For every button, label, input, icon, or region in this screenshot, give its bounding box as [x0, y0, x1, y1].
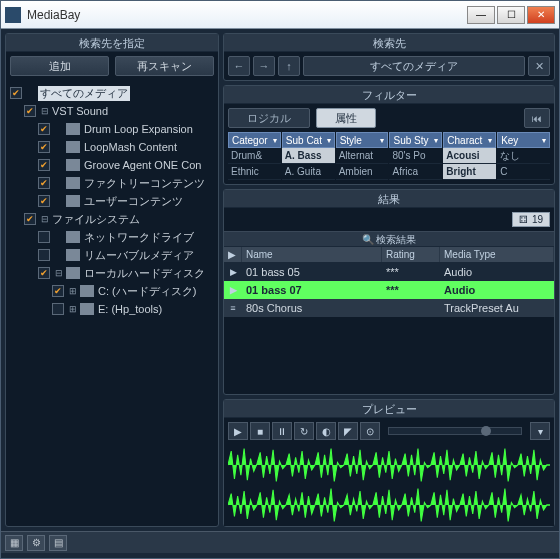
tree-item[interactable]: LoopMash Content: [10, 138, 214, 156]
tab-logical[interactable]: ロジカル: [228, 108, 310, 128]
autoplay-button[interactable]: ◐: [316, 422, 336, 440]
wait-project-button[interactable]: ⊙: [360, 422, 380, 440]
tree-item[interactable]: リムーバブルメディア: [10, 246, 214, 264]
rescan-button[interactable]: 再スキャン: [115, 56, 214, 76]
nav-up-button[interactable]: ↑: [278, 56, 300, 76]
tree-checkbox[interactable]: [38, 177, 50, 189]
tab-attribute[interactable]: 属性: [316, 108, 376, 128]
result-row[interactable]: ≡80s ChorusTrackPreset Au: [224, 299, 554, 317]
tree-checkbox[interactable]: [52, 285, 64, 297]
filter-value[interactable]: Drum&: [228, 148, 281, 164]
filter-value[interactable]: なし: [497, 148, 550, 164]
results-column-header[interactable]: ▶ Name Rating Media Type: [224, 247, 554, 263]
tree-expand-icon[interactable]: ⊟: [39, 106, 50, 117]
filter-value[interactable]: Africa: [389, 164, 442, 180]
tree-item[interactable]: ⊟ファイルシステム: [10, 210, 214, 228]
filter-column-header[interactable]: Sub Cat: [282, 132, 335, 148]
beat-align-button[interactable]: ◤: [338, 422, 358, 440]
footer-attributes-button[interactable]: ▤: [49, 535, 67, 551]
result-row[interactable]: ▶01 bass 05***Audio: [224, 263, 554, 281]
filter-value[interactable]: Ethnic: [228, 164, 281, 180]
add-button[interactable]: 追加: [10, 56, 109, 76]
tree-item[interactable]: Drum Loop Expansion: [10, 120, 214, 138]
tree-checkbox[interactable]: [38, 195, 50, 207]
waveform-display[interactable]: [224, 444, 554, 526]
app-icon: [5, 7, 21, 23]
result-row[interactable]: ▶01 bass 07***Audio: [224, 281, 554, 299]
maximize-button[interactable]: ☐: [497, 6, 525, 24]
tree-label: C: (ハードディスク): [98, 284, 196, 299]
filter-value[interactable]: A. Bass: [282, 148, 335, 164]
tree-checkbox[interactable]: [38, 159, 50, 171]
tree-item[interactable]: ファクトリーコンテンツ: [10, 174, 214, 192]
preview-option-button[interactable]: ▾: [530, 422, 550, 440]
filter-value[interactable]: 80's Po: [389, 148, 442, 164]
tree-checkbox[interactable]: [38, 141, 50, 153]
folder-icon: [66, 159, 80, 171]
tree-label: LoopMash Content: [84, 141, 177, 153]
results-count: 19: [532, 214, 543, 225]
results-count-badge: ⚃ 19: [512, 212, 550, 227]
nav-back-button[interactable]: ←: [228, 56, 250, 76]
tree-checkbox[interactable]: [38, 267, 50, 279]
tree-item[interactable]: Groove Agent ONE Con: [10, 156, 214, 174]
filter-column-header[interactable]: Charact: [443, 132, 496, 148]
minimize-button[interactable]: —: [467, 6, 495, 24]
tree-expand-icon[interactable]: ⊟: [53, 268, 64, 279]
tree-checkbox[interactable]: [38, 231, 50, 243]
tree-item[interactable]: ⊟VST Sound: [10, 102, 214, 120]
tree-item[interactable]: ⊞C: (ハードディスク): [10, 282, 214, 300]
filter-column: CategorDrum&Ethnic: [228, 132, 281, 180]
tree-checkbox[interactable]: [10, 87, 22, 99]
filter-reset-button[interactable]: ⏮: [524, 108, 550, 128]
col-name[interactable]: Name: [242, 247, 382, 262]
tree-item[interactable]: ⊞E: (Hp_tools): [10, 300, 214, 318]
folder-icon: [66, 141, 80, 153]
filter-value[interactable]: C: [497, 164, 550, 180]
footer-settings-button[interactable]: ⚙: [27, 535, 45, 551]
col-icon[interactable]: ▶: [224, 247, 242, 262]
pause-button[interactable]: ⏸: [272, 422, 292, 440]
folder-icon: [66, 249, 80, 261]
stop-button[interactable]: ■: [250, 422, 270, 440]
col-rating[interactable]: Rating: [382, 247, 440, 262]
location-select[interactable]: すべてのメディア: [303, 56, 525, 76]
play-button[interactable]: ▶: [228, 422, 248, 440]
result-rating: ***: [382, 266, 440, 278]
tree-expand-icon[interactable]: ⊞: [67, 286, 78, 297]
folder-icon: [66, 177, 80, 189]
col-media[interactable]: Media Type: [440, 247, 554, 262]
tree-item[interactable]: すべてのメディア: [10, 84, 214, 102]
volume-slider[interactable]: [388, 427, 522, 435]
result-type-icon: ▶: [224, 267, 242, 277]
tree-checkbox[interactable]: [52, 303, 64, 315]
location-clear-button[interactable]: ✕: [528, 56, 550, 76]
volume-knob[interactable]: [481, 426, 491, 436]
filter-value[interactable]: Alternat: [336, 148, 389, 164]
tree-checkbox[interactable]: [38, 123, 50, 135]
results-list[interactable]: ▶01 bass 05***Audio▶01 bass 07***Audio≡8…: [224, 263, 554, 317]
filter-value[interactable]: Ambien: [336, 164, 389, 180]
tree-expand-icon[interactable]: ⊞: [67, 304, 78, 315]
tree-checkbox[interactable]: [38, 249, 50, 261]
tree-checkbox[interactable]: [24, 213, 36, 225]
tree-label: ローカルハードディスク: [84, 266, 205, 281]
nav-forward-button[interactable]: →: [253, 56, 275, 76]
loop-button[interactable]: ↻: [294, 422, 314, 440]
footer-layout-button[interactable]: ▦: [5, 535, 23, 551]
filter-value[interactable]: A. Guita: [282, 164, 335, 180]
tree-item[interactable]: ⊟ローカルハードディスク: [10, 264, 214, 282]
filter-column-header[interactable]: Sub Sty: [389, 132, 442, 148]
filter-column-header[interactable]: Key: [497, 132, 550, 148]
filter-column-header[interactable]: Style: [336, 132, 389, 148]
location-tree[interactable]: すべてのメディア⊟VST SoundDrum Loop ExpansionLoo…: [6, 80, 218, 526]
tree-checkbox[interactable]: [24, 105, 36, 117]
tree-item[interactable]: ユーザーコンテンツ: [10, 192, 214, 210]
filter-value[interactable]: Acousi: [443, 148, 496, 164]
close-button[interactable]: ✕: [527, 6, 555, 24]
tree-expand-icon[interactable]: ⊟: [39, 214, 50, 225]
tree-item[interactable]: ネットワークドライブ: [10, 228, 214, 246]
filter-value[interactable]: Bright: [443, 164, 496, 180]
filter-column: Sub Sty80's PoAfrica: [389, 132, 442, 180]
filter-column-header[interactable]: Categor: [228, 132, 281, 148]
